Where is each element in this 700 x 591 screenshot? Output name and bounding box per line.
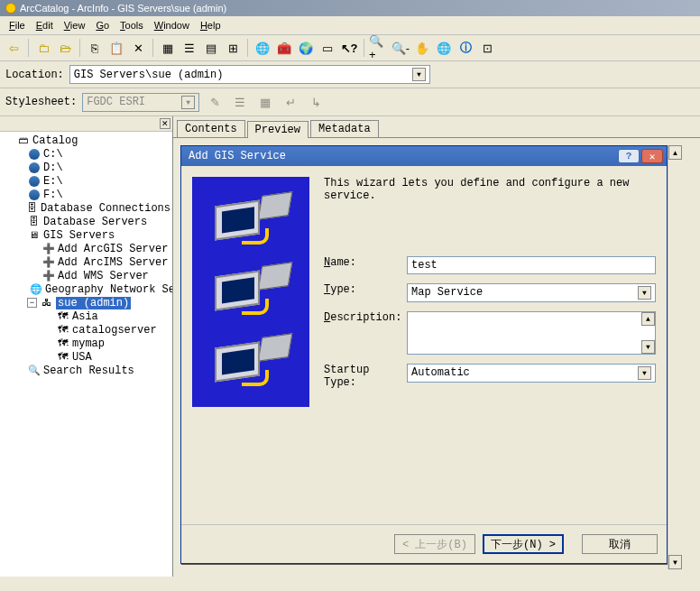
- tree-mymap[interactable]: mymap: [72, 337, 105, 350]
- tree-add-arcgis[interactable]: Add ArcGIS Server: [58, 243, 168, 255]
- tree-usa[interactable]: USA: [72, 351, 92, 364]
- tree-geo-network[interactable]: Geography Network Servic: [45, 283, 172, 296]
- add-server-icon: ➕: [41, 243, 55, 254]
- pan-button[interactable]: ✋: [412, 38, 432, 58]
- scroll-down-icon[interactable]: ▼: [668, 555, 682, 569]
- dbconn-icon: 🗄: [26, 202, 38, 214]
- dialog-close-button[interactable]: ✕: [641, 149, 663, 163]
- scroll-up-icon[interactable]: ▲: [641, 312, 655, 326]
- disconnect-button[interactable]: 🗁: [55, 38, 75, 58]
- tree-drive-e[interactable]: E:\: [43, 175, 63, 188]
- drive-icon: [29, 149, 40, 160]
- up-button[interactable]: ⇦: [4, 38, 23, 58]
- chevron-down-icon: ▼: [181, 96, 195, 109]
- service-icon: 🗺: [56, 310, 69, 322]
- whatsthis-button[interactable]: ↖?: [339, 38, 359, 58]
- tree-search-results[interactable]: Search Results: [43, 365, 134, 377]
- dialog-titlebar: Add GIS Service ? ✕: [181, 146, 667, 166]
- catalog-sidebar: ✕ 🗃Catalog C:\ D:\ E:\ F:\ 🗄Database Con…: [0, 116, 173, 577]
- chevron-down-icon[interactable]: ▼: [638, 366, 651, 380]
- paste-button[interactable]: 📋: [106, 38, 126, 58]
- startup-select[interactable]: Automatic ▼: [407, 364, 656, 383]
- tree-gis-servers[interactable]: GIS Servers: [43, 229, 115, 242]
- app-icon: [5, 3, 16, 14]
- tree-sue-admin[interactable]: sue (admin): [56, 297, 131, 309]
- launch-arcmap-button[interactable]: 🌐: [253, 38, 272, 58]
- tree-asia[interactable]: Asia: [72, 310, 98, 323]
- scroll-down-icon[interactable]: ▼: [641, 340, 655, 354]
- toolbox-button[interactable]: 🧰: [274, 38, 294, 58]
- thumbnail-button[interactable]: ⊡: [477, 38, 497, 58]
- dialog-help-button[interactable]: ?: [618, 149, 640, 163]
- drive-icon: [29, 162, 40, 173]
- connect-button[interactable]: 🗀: [33, 38, 53, 58]
- tree-db-servers[interactable]: Database Servers: [43, 216, 147, 228]
- catalog-tree[interactable]: 🗃Catalog C:\ D:\ E:\ F:\ 🗄Database Conne…: [0, 132, 172, 577]
- tab-contents[interactable]: Contents: [177, 120, 245, 137]
- location-combo[interactable]: GIS Servers\sue (admin) ▼: [69, 65, 430, 84]
- menu-go[interactable]: Go: [90, 18, 115, 32]
- tab-preview[interactable]: Preview: [247, 121, 309, 138]
- wizard-image: [192, 177, 309, 407]
- service-icon: 🗺: [56, 337, 69, 349]
- next-button[interactable]: 下一步(N) >: [483, 534, 564, 554]
- tree-catalog[interactable]: Catalog: [32, 134, 78, 147]
- fullextent-button[interactable]: 🌐: [434, 38, 454, 58]
- collapse-icon[interactable]: −: [27, 298, 37, 308]
- import-metadata-button: ↵: [281, 92, 300, 112]
- menu-window[interactable]: Window: [149, 18, 195, 32]
- menu-view[interactable]: View: [59, 18, 91, 32]
- add-server-icon: ➕: [41, 256, 55, 268]
- content-scrollbar[interactable]: ▲ ▼: [668, 145, 682, 569]
- large-icons-button[interactable]: ▦: [158, 38, 178, 58]
- content-tabs: Contents Preview Metadata: [173, 116, 700, 137]
- delete-button[interactable]: ✕: [128, 38, 148, 58]
- catalog-icon: 🗃: [16, 134, 30, 146]
- create-metadata-button: ▦: [255, 92, 275, 112]
- chevron-down-icon[interactable]: ▼: [638, 286, 651, 300]
- location-row: Location: GIS Servers\sue (admin) ▼: [0, 61, 700, 88]
- list-button[interactable]: ☰: [180, 38, 199, 58]
- startup-label: Startup Type:: [324, 364, 407, 389]
- service-icon: 🗺: [56, 351, 69, 363]
- back-button: < 上一步(B): [394, 534, 475, 554]
- chevron-down-icon[interactable]: ▼: [412, 68, 426, 81]
- menu-file[interactable]: File: [4, 18, 31, 32]
- cancel-button[interactable]: 取消: [582, 534, 658, 554]
- thumbnails-button[interactable]: ⊞: [223, 38, 243, 58]
- tree-add-arcims[interactable]: Add ArcIMS Server: [58, 256, 168, 269]
- tree-drive-d[interactable]: D:\: [43, 162, 63, 174]
- tree-add-wms[interactable]: Add WMS Server: [58, 270, 149, 282]
- tree-drive-f[interactable]: F:\: [43, 189, 63, 201]
- location-value: GIS Servers\sue (admin): [74, 69, 224, 81]
- name-input[interactable]: test: [407, 256, 656, 274]
- menu-edit[interactable]: Edit: [31, 18, 59, 32]
- details-button[interactable]: ▤: [201, 38, 221, 58]
- tree-catalogserver[interactable]: catalogserver: [72, 324, 157, 337]
- export-metadata-button: ↳: [306, 92, 326, 112]
- drive-icon: [29, 176, 40, 187]
- identify-button[interactable]: ⓘ: [456, 38, 475, 58]
- tree-db-connections[interactable]: Database Connections: [41, 202, 170, 215]
- geo-network-icon: 🌐: [30, 283, 42, 295]
- search-icon: 🔍: [27, 365, 41, 376]
- zoomin-button[interactable]: 🔍+: [369, 38, 389, 58]
- menu-tools[interactable]: Tools: [115, 18, 149, 32]
- type-label: Type:: [324, 283, 407, 296]
- menu-help[interactable]: Help: [195, 18, 226, 32]
- globe-button[interactable]: 🌍: [296, 38, 316, 58]
- window-button[interactable]: ▭: [318, 38, 337, 58]
- zoomout-button[interactable]: 🔍-: [391, 38, 410, 58]
- server-icon: 🖧: [40, 297, 53, 309]
- name-label: Name:: [324, 256, 407, 269]
- menubar: File Edit View Go Tools Window Help: [0, 16, 700, 35]
- tab-metadata[interactable]: Metadata: [310, 120, 379, 137]
- type-select[interactable]: Map Service ▼: [407, 283, 656, 302]
- tree-drive-c[interactable]: C:\: [43, 148, 63, 161]
- sidebar-close-icon[interactable]: ✕: [160, 118, 170, 129]
- service-icon: 🗺: [56, 324, 69, 336]
- content-area: Contents Preview Metadata Add GIS Servic…: [173, 116, 700, 577]
- copy-button[interactable]: ⎘: [85, 38, 105, 58]
- scroll-up-icon[interactable]: ▲: [668, 145, 682, 160]
- description-textarea[interactable]: ▲ ▼: [407, 311, 656, 355]
